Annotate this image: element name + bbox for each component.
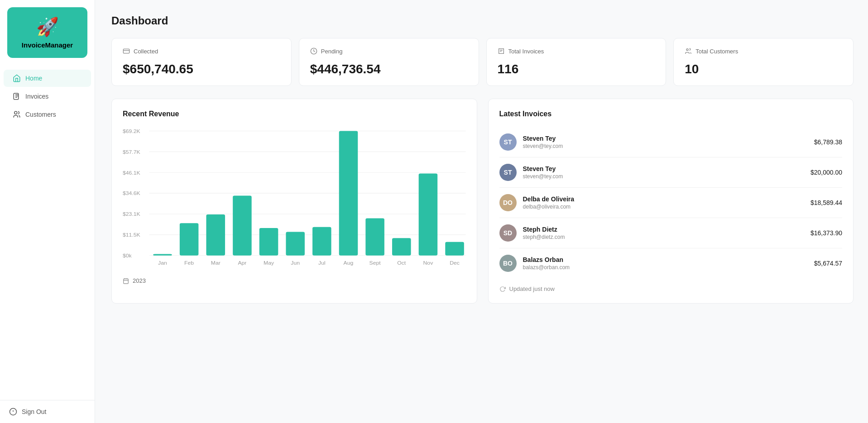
invoice-amount: $18,589.44 (810, 199, 842, 206)
page-title: Dashboard (111, 14, 854, 27)
invoice-row[interactable]: DO Delba de Oliveira delba@oliveira.com … (499, 188, 843, 218)
invoice-email: steven@tey.com (523, 173, 804, 180)
stat-card-collected: Collected $650,740.65 (111, 38, 292, 86)
pending-icon (310, 48, 317, 55)
sidebar-item-home[interactable]: Home (4, 70, 91, 87)
invoice-info: Steven Tey steven@tey.com (523, 135, 808, 149)
main-content: Dashboard Collected $650,740.65 Pending … (95, 0, 868, 423)
svg-point-5 (686, 49, 688, 51)
refresh-icon (499, 286, 506, 292)
invoice-email: steven@tey.com (523, 143, 808, 149)
svg-text:Apr: Apr (238, 261, 246, 266)
home-icon (13, 74, 21, 82)
total-customers-label-row: Total Customers (685, 48, 842, 55)
invoice-name: Steven Tey (523, 135, 808, 142)
stat-card-pending: Pending $446,736.54 (299, 38, 479, 86)
svg-text:Jan: Jan (158, 261, 167, 266)
updated-label: Updated just now (509, 285, 555, 292)
logo-area: 🚀 InvoiceManager (7, 7, 87, 58)
chart-year: 2023 (133, 277, 146, 284)
svg-point-1 (14, 111, 17, 114)
invoice-amount: $6,789.38 (814, 138, 842, 146)
svg-rect-34 (339, 131, 358, 256)
avatar: ST (499, 133, 517, 151)
bar-chart: $69.2K $57.7K $46.1K $34.6K $23.1K $11.5… (123, 127, 466, 272)
svg-text:$69.2K: $69.2K (123, 128, 140, 133)
invoice-name: Steph Dietz (523, 226, 804, 233)
svg-rect-28 (259, 228, 278, 256)
invoices-card: Latest Invoices ST Steven Tey steven@tey… (488, 99, 854, 304)
svg-text:May: May (264, 261, 274, 266)
svg-text:Mar: Mar (211, 261, 221, 266)
svg-text:$23.1K: $23.1K (123, 212, 140, 217)
signout-icon (9, 408, 17, 416)
invoice-info: Steven Tey steven@tey.com (523, 165, 804, 180)
svg-rect-3 (123, 49, 129, 53)
sidebar-item-invoices[interactable]: Invoices (4, 88, 91, 105)
invoice-row[interactable]: BO Balazs Orban balazs@orban.com $5,674.… (499, 248, 843, 278)
invoice-info: Steph Dietz steph@dietz.com (523, 226, 804, 240)
invoice-name: Delba de Oliveira (523, 195, 804, 203)
total-invoices-value: 116 (498, 62, 655, 76)
svg-rect-38 (392, 238, 411, 255)
sign-out-button[interactable]: Sign Out (0, 400, 95, 423)
svg-rect-36 (365, 219, 384, 256)
svg-rect-32 (312, 227, 331, 256)
invoice-amount: $20,000.00 (810, 169, 842, 176)
svg-text:$34.6K: $34.6K (123, 191, 140, 196)
sidebar: 🚀 InvoiceManager Home Invoices Customers… (0, 0, 95, 423)
total-invoices-label: Total Invoices (508, 48, 544, 55)
invoice-row[interactable]: SD Steph Dietz steph@dietz.com $16,373.9… (499, 218, 843, 248)
svg-text:$46.1K: $46.1K (123, 170, 140, 175)
svg-text:$57.7K: $57.7K (123, 149, 140, 154)
stat-card-total-invoices: Total Invoices 116 (486, 38, 667, 86)
calendar-icon (123, 278, 129, 284)
total-customers-icon (685, 48, 692, 55)
avatar: ST (499, 164, 517, 181)
chart-footer: 2023 (123, 277, 466, 284)
collected-value: $650,740.65 (123, 62, 280, 76)
svg-text:$0k: $0k (123, 253, 132, 258)
invoices-list: ST Steven Tey steven@tey.com $6,789.38ST… (499, 127, 843, 278)
home-label: Home (25, 75, 42, 82)
stat-card-total-customers: Total Customers 10 (673, 38, 854, 86)
svg-text:Sept: Sept (369, 261, 381, 266)
collected-icon (123, 48, 130, 55)
svg-text:Jul: Jul (318, 261, 326, 266)
invoice-info: Delba de Oliveira delba@oliveira.com (523, 195, 804, 210)
avatar: SD (499, 224, 517, 242)
pending-label-row: Pending (310, 48, 468, 55)
invoice-email: steph@dietz.com (523, 234, 804, 240)
svg-rect-26 (233, 195, 252, 255)
svg-text:Nov: Nov (423, 261, 433, 266)
pending-label: Pending (321, 48, 343, 55)
svg-text:Oct: Oct (397, 261, 406, 266)
invoice-name: Steven Tey (523, 165, 804, 172)
avatar: DO (499, 194, 517, 211)
svg-text:$11.5K: $11.5K (123, 233, 140, 238)
invoice-row[interactable]: ST Steven Tey steven@tey.com $20,000.00 (499, 157, 843, 188)
total-customers-label: Total Customers (695, 48, 738, 55)
invoices-label: Invoices (25, 93, 48, 100)
collected-label: Collected (134, 48, 158, 55)
invoice-email: balazs@orban.com (523, 264, 808, 271)
bottom-row: Recent Revenue $69.2K $57.7K $46.1K $34.… (111, 99, 854, 304)
sign-out-label: Sign Out (22, 408, 46, 415)
sidebar-item-customers[interactable]: Customers (4, 106, 91, 123)
svg-text:Jun: Jun (291, 261, 300, 266)
invoice-info: Balazs Orban balazs@orban.com (523, 256, 808, 271)
svg-rect-30 (286, 232, 305, 255)
avatar: BO (499, 255, 517, 272)
invoice-name: Balazs Orban (523, 256, 808, 263)
chart-card: Recent Revenue $69.2K $57.7K $46.1K $34.… (111, 99, 477, 304)
invoices-icon (13, 92, 21, 100)
total-customers-value: 10 (685, 62, 842, 76)
stats-row: Collected $650,740.65 Pending $446,736.5… (111, 38, 854, 86)
nav-menu: Home Invoices Customers (0, 65, 95, 400)
customers-icon (13, 110, 21, 119)
svg-text:Feb: Feb (184, 261, 194, 266)
collected-label-row: Collected (123, 48, 280, 55)
chart-title: Recent Revenue (123, 110, 466, 118)
svg-rect-20 (153, 254, 172, 256)
invoice-row[interactable]: ST Steven Tey steven@tey.com $6,789.38 (499, 127, 843, 157)
